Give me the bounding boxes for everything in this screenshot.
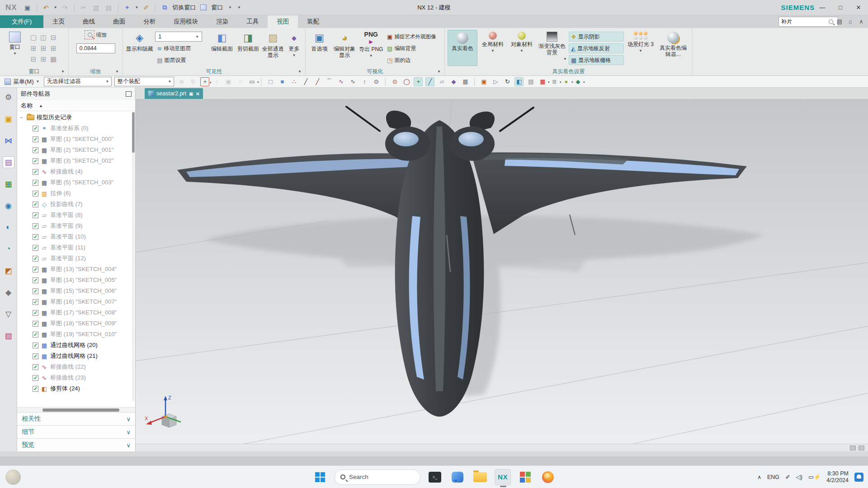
toolbar-icon[interactable]: ▱ [437,77,446,86]
checkbox-checked-icon[interactable]: ✓ [33,386,38,392]
tree-horizontal-scrollbar[interactable] [17,407,135,412]
work-layer-dropdown[interactable]: 1 ▼ [155,32,202,42]
search-icon[interactable] [829,19,833,24]
toolbar-icon[interactable]: ╱ [425,77,434,86]
preferences-button[interactable]: ▣ 首选项 [308,30,330,66]
resource-bar-icon[interactable]: ◆ [3,286,14,298]
tree-item[interactable]: ✓ ▦ 草图 (3) "SKETCH_002" [17,155,135,166]
selection-filter-dropdown[interactable]: 无选择过滤器▼ [44,77,112,86]
undo-dropdown-icon[interactable]: ▼ [54,5,57,9]
language-indicator[interactable]: ENG [767,474,779,480]
csys-orient-icon[interactable]: ⌖ [123,3,132,13]
resource-bar-icon[interactable]: ▣ [3,113,14,125]
copy-icon[interactable]: ▥ [91,3,101,13]
cut-icon[interactable]: ✂ [79,3,89,13]
taskbar-app-file-explorer[interactable] [472,469,488,485]
toolbar-icon[interactable]: ◆ [449,77,458,86]
ribbon-tab[interactable]: 工具 [237,15,268,28]
tree-item[interactable]: ✓ ▱ 基准平面 (11) [17,242,135,253]
window-icon[interactable] [198,3,208,13]
toolbar-icon[interactable]: ↑ [360,77,369,86]
tree-item[interactable]: ✓ ▱ 基准平面 (8) [17,210,135,221]
toolbar-icon[interactable]: ▷ [491,77,500,86]
undock-panel-icon[interactable] [126,91,132,97]
toolbar-icon[interactable]: ○ [236,77,245,86]
checkbox-checked-icon[interactable]: ✓ [33,147,38,153]
resource-bar-icon[interactable]: ◩ [3,265,14,277]
layer-settings-button[interactable]: ▤ 图层设置 [155,55,208,65]
status-sheet-icon[interactable] [859,446,864,450]
toolbar-icon[interactable]: ≣ [550,77,559,86]
checkbox-checked-icon[interactable]: ✓ [33,310,38,316]
resource-bar-icon[interactable]: ◐ [3,221,14,233]
toolbar-icon[interactable]: ◻ [266,77,275,86]
resource-bar-icon[interactable]: ▦ [3,178,14,190]
edit-object-display-button[interactable]: ◕ 编辑对象显示 [332,30,357,66]
redo-icon[interactable]: ↷ [60,3,70,13]
show-hide-button[interactable]: ◈ 显示和隐藏 [126,30,153,66]
face-edges-button[interactable]: ◳ 面的边 [385,55,442,65]
resource-bar-icon[interactable]: ▧ [3,330,14,342]
minimize-button[interactable]: — [816,2,828,13]
navigator-section[interactable]: 预览 ∨ [17,438,135,451]
toolbar-icon[interactable]: ◧ [514,77,524,86]
tree-root-model-history[interactable]: − 模型历史记录 [17,112,135,123]
checkbox-checked-icon[interactable]: ✓ [33,277,38,283]
clock[interactable]: 8:30 PM 4/2/2024 [826,470,849,484]
window-layout-icon[interactable]: ▦ [49,54,58,64]
toolbar-icon[interactable]: ∴ [289,77,298,86]
chevron-down-icon[interactable]: ∨ [126,429,131,436]
checkbox-checked-icon[interactable]: ✓ [33,158,38,164]
checkbox-checked-icon[interactable]: ✓ [33,234,38,240]
edit-section-button[interactable]: ◧ 编辑截面 [210,30,234,66]
tree-item[interactable]: ✓ ▦ 草图 (13) "SKETCH_004" [17,264,135,275]
ribbon-tab[interactable]: 应用模块 [165,15,207,28]
tree-item[interactable]: ✓ ∿ 桥接曲线 (22) [17,361,135,372]
save-icon[interactable]: ▣ [23,3,33,13]
window-layout-icon[interactable]: ▢ [29,33,38,42]
checkbox-checked-icon[interactable]: ✓ [33,343,38,348]
document-tab[interactable]: seastar2.prt ▣ × [145,88,203,99]
resource-bar-icon[interactable]: ◔ [3,243,14,255]
toolbar-icon[interactable]: ⌒ [325,77,334,86]
checkbox-checked-icon[interactable]: ✓ [33,191,38,197]
resource-bar-icon[interactable]: ▤ [3,156,14,168]
checkbox-checked-icon[interactable]: ✓ [33,212,38,218]
close-button[interactable]: ✕ [853,2,864,13]
toolbar-icon[interactable]: ▤ [526,77,535,86]
taskbar-search[interactable]: Search [335,469,420,485]
toolbar-icon[interactable]: ■ [278,77,287,86]
ribbon-tab[interactable]: 视图 [268,15,298,28]
checkbox-checked-icon[interactable]: ✓ [33,223,38,229]
tree-item[interactable]: ✓ ▦ 草图 (17) "SKETCH_008" [17,307,135,318]
name-column-header[interactable]: 名称 [21,102,33,110]
toolbar-icon[interactable]: ↻ [503,77,512,86]
3d-scene[interactable] [136,99,868,444]
group-dialog-icon[interactable]: ▼ [115,70,119,74]
home-icon[interactable]: ⌂ [846,17,854,26]
switch-window-button[interactable]: 切换窗口 [172,4,196,12]
pin-icon[interactable]: ▣ [189,91,193,96]
checkbox-checked-icon[interactable]: ✓ [33,126,38,131]
toolbar-icon[interactable]: ⊛ [177,77,186,86]
tree-item[interactable]: ✓ ▱ 基准平面 (9) [17,221,135,231]
group-dialog-icon[interactable]: ▼ [298,70,302,74]
toolbar-icon[interactable]: ∿ [348,77,357,86]
toolbar-icon[interactable]: ▦ [538,77,547,86]
tree-item[interactable]: ✓ ▦ 草图 (19) "SKETCH_010" [17,329,135,340]
see-thru-all-button[interactable]: ▨ 全部通透显示 [262,30,284,66]
edit-background-button[interactable]: ▨ 编辑背景 [385,43,442,53]
checkbox-checked-icon[interactable]: ✓ [33,364,38,370]
tree-item[interactable]: ✓ ▦ 草图 (14) "SKETCH_005" [17,275,135,286]
tab-file[interactable]: 文件(F) [0,15,43,28]
toolbar-icon[interactable]: ╱ [313,77,322,86]
true-shading-button[interactable]: 真实着色 [448,30,477,66]
export-png-button[interactable]: PNG ▶ 导出 PNG ▼ [359,30,383,66]
taskbar-app-chat[interactable] [449,469,466,485]
scene-lights-button[interactable]: 场景灯光 3 ▼ [626,30,656,66]
toolbar-icon[interactable]: ↻ [189,77,198,86]
tree-item[interactable]: ✓ ▦ 草图 (5) "SKETCH_003" [17,177,135,188]
ribbon-tab[interactable]: 曲面 [104,15,134,28]
scrollbar-thumb[interactable] [42,408,119,412]
floor-grid-toggle[interactable]: ▦ 显示地板栅格 [569,55,624,65]
